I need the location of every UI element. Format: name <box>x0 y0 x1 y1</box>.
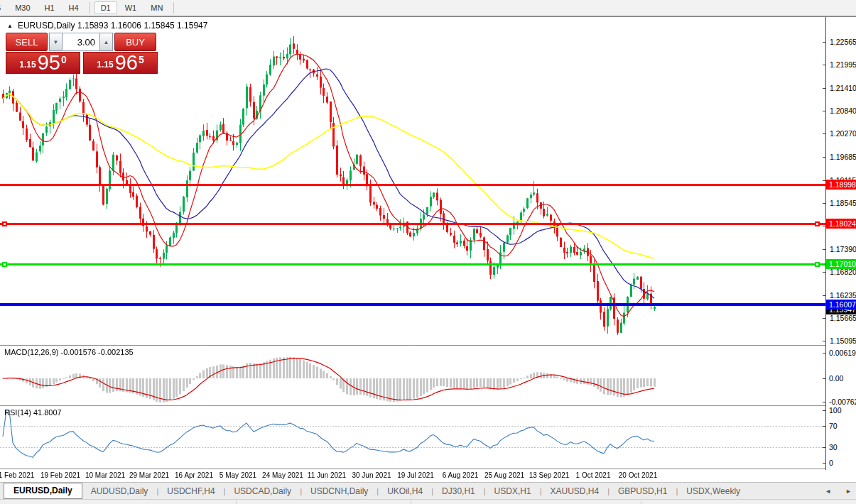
hline-price-label: 1.17010 <box>826 259 856 269</box>
date-tick-label: 29 Mar 2021 <box>129 471 169 479</box>
timeframe-button-w1[interactable]: W1 <box>119 1 143 14</box>
tab-usdx-weekly[interactable]: USDX,Weekly <box>678 484 749 498</box>
date-tick-label: 10 Mar 2021 <box>85 471 125 479</box>
timeframe-button-h1[interactable]: H1 <box>38 1 61 14</box>
toolbar-divider <box>173 2 174 13</box>
date-tick-label: 24 May 2021 <box>262 471 303 479</box>
volume-increase-button[interactable]: ▲ <box>99 33 113 51</box>
timeframe-toolbar: 5M30H1H4D1W1MN <box>0 0 856 16</box>
chart-title: ▲EURUSD,Daily 1.15893 1.16006 1.15845 1.… <box>7 21 207 31</box>
collapse-panel-icon[interactable]: ▲ <box>7 23 13 29</box>
macd-axis-label: 0.00 <box>829 375 843 383</box>
date-tick-label: 13 Sep 2021 <box>529 471 570 479</box>
hline-price-label: 1.18998 <box>826 180 856 190</box>
price-tick-label: 1.17390 <box>830 246 856 253</box>
timeframe-button-m30[interactable]: M30 <box>9 1 36 14</box>
rsi-axis-label: 0 <box>829 459 833 467</box>
macd-axis-label: 0.006193 <box>829 349 856 357</box>
sell-price-prefix: 1.15 <box>19 60 36 70</box>
tab-usdchf-h4[interactable]: USDCHF,H4 <box>158 484 223 498</box>
date-tick-label: 20 Oct 2021 <box>619 471 657 479</box>
timeframe-button-5[interactable]: 5 <box>0 1 7 14</box>
tab-scroll-left-icon[interactable]: ◄ <box>823 486 833 496</box>
tab-usdcnh-daily[interactable]: USDCNH,Daily <box>302 484 376 498</box>
status-strip <box>0 499 856 504</box>
date-tick-label: 5 May 2021 <box>220 471 256 479</box>
buy-price-prefix: 1.15 <box>97 60 113 70</box>
chart-ohlc-values: 1.15893 1.16006 1.15845 1.15947 <box>77 21 208 31</box>
price-tick-label: 1.21410 <box>830 84 856 92</box>
tab-usdcad-daily[interactable]: USDCAD,Daily <box>225 484 300 498</box>
buy-button[interactable]: BUY <box>114 33 156 51</box>
tab-ukoil-h4[interactable]: UKOil,H4 <box>379 484 431 498</box>
sell-price-pip: 0 <box>61 54 67 65</box>
buy-price-main: 96 <box>115 53 138 73</box>
timeframe-button-mn[interactable]: MN <box>144 1 169 14</box>
price-tick-label: 1.18545 <box>830 199 856 207</box>
date-tick-label: 25 Aug 2021 <box>484 471 524 479</box>
sell-button[interactable]: SELL <box>6 33 48 51</box>
sell-price-display[interactable]: 1.15950 <box>6 52 80 74</box>
hline-price-label: 1.16007 <box>826 300 856 309</box>
macd-axis-label: -0.007621 <box>829 398 856 406</box>
price-chart-canvas[interactable] <box>0 17 826 470</box>
price-tick-label: 1.15665 <box>830 314 856 322</box>
volume-input[interactable] <box>63 33 99 51</box>
date-tick-label: 11 Jun 2021 <box>308 471 346 479</box>
volume-stepper: ▼ ▲ <box>49 33 113 51</box>
timeframe-button-d1[interactable]: D1 <box>94 1 117 14</box>
rsi-indicator-label: RSI(14) 41.8007 <box>4 408 62 417</box>
price-tick-label: 1.22565 <box>830 38 856 46</box>
volume-decrease-button[interactable]: ▼ <box>49 33 63 51</box>
rsi-axis-label: 70 <box>829 422 838 430</box>
date-tick-label: 19 Feb 2021 <box>40 471 80 479</box>
sell-price-main: 95 <box>38 53 60 73</box>
date-tick-label: 19 Jul 2021 <box>397 471 434 479</box>
buy-price-display[interactable]: 1.15965 <box>83 52 158 74</box>
date-tick-label: 16 Apr 2021 <box>175 471 213 479</box>
buy-price-pip: 5 <box>139 54 144 65</box>
chart-window: ▲EURUSD,Daily 1.15893 1.16006 1.15845 1.… <box>0 16 856 504</box>
tab-scroll-buttons: ◄► <box>823 483 853 500</box>
arrow-up-icon: ▲ <box>104 39 109 45</box>
hline-price-label: 1.18024 <box>826 219 856 229</box>
tab-xauusd-h4[interactable]: XAUUSD,H4 <box>541 484 607 498</box>
one-click-trading-panel: SELL ▼ ▲ BUY 1.15950 1.15965 <box>6 33 158 74</box>
toolbar-divider <box>90 2 90 13</box>
tab-dj30-h1[interactable]: DJ30,H1 <box>433 484 484 498</box>
tab-usdx-h1[interactable]: USDX,H1 <box>486 484 540 498</box>
price-tick-label: 1.21995 <box>830 61 856 69</box>
rsi-axis-label: 100 <box>829 407 842 415</box>
date-tick-label: 6 Aug 2021 <box>443 471 479 479</box>
tab-audusd-daily[interactable]: AUDUSD,Daily <box>82 484 157 498</box>
price-tick-label: 1.15095 <box>830 337 856 345</box>
price-tick-label: 1.20270 <box>830 130 856 138</box>
tab-scroll-right-icon[interactable]: ► <box>844 486 853 496</box>
tab-eurusd-daily[interactable]: EURUSD,Daily <box>4 483 82 499</box>
date-axis[interactable]: 1 Feb 202119 Feb 202110 Mar 202129 Mar 2… <box>0 470 826 481</box>
date-tick-label: 1 Feb 2021 <box>0 471 34 479</box>
price-tick-label: 1.20840 <box>830 107 856 115</box>
arrow-down-icon: ▼ <box>53 39 59 45</box>
macd-indicator-label: MACD(12,26,9) -0.001576 -0.002135 <box>4 348 134 356</box>
price-tick-label: 1.16820 <box>830 268 856 276</box>
timeframe-button-h4[interactable]: H4 <box>63 1 85 14</box>
price-tick-label: 1.19685 <box>830 153 856 161</box>
date-tick-label: 30 Jun 2021 <box>352 471 391 479</box>
chart-tab-bar: EURUSD,DailyAUDUSD,Daily|USDCHF,H4|USDCA… <box>0 482 856 499</box>
mt4-window: 5M30H1H4D1W1MN ▲EURUSD,Daily 1.15893 1.1… <box>0 0 856 504</box>
price-axis[interactable]: 1.225651.219951.214101.208401.202701.196… <box>826 17 856 470</box>
price-tick-label: 1.16235 <box>830 292 856 300</box>
tab-gbpusd-h1[interactable]: GBPUSD,H1 <box>610 484 676 498</box>
chart-symbol-label: EURUSD,Daily <box>18 21 75 31</box>
rsi-axis-label: 30 <box>829 444 838 451</box>
date-tick-label: 1 Oct 2021 <box>576 471 611 479</box>
